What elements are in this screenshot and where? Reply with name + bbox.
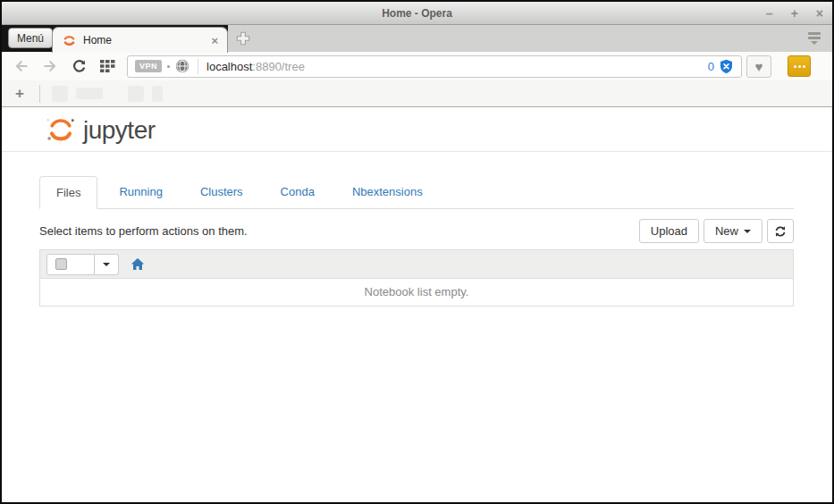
reload-icon [72,59,87,74]
notebook-list: Notebook list empty. [39,249,794,307]
speed-dial-button[interactable] [98,57,116,75]
browser-window: Home - Opera – + × Menú Home × [0,0,834,504]
main-container: Files Running Clusters Conda Nbextension… [39,176,794,307]
tab-menu-button[interactable] [807,32,821,45]
tab-files[interactable]: Files [39,176,97,209]
back-arrow-icon [13,59,29,73]
jupyter-favicon-icon [62,33,77,48]
ghost-bookmark [152,86,163,102]
action-buttons: Upload New [639,219,794,243]
home-icon [131,257,145,271]
jupyter-logo-icon[interactable] [45,115,77,145]
titlebar: Home - Opera – + × [2,2,832,25]
close-button[interactable]: × [816,7,823,20]
page-content: jupyter Files Running Clusters Conda Nbe… [2,107,832,501]
tab-close-icon[interactable]: × [211,34,218,47]
ghost-bookmark [76,88,103,99]
blocked-count: 0 [708,60,714,73]
address-bar-input[interactable]: VPN localhost:8890/tree 0 [127,55,742,78]
action-row: Select items to perform actions on them.… [39,219,794,243]
heart-icon: ♥ [755,60,763,73]
vpn-badge[interactable]: VPN [135,60,162,72]
reload-button[interactable] [70,57,88,75]
url-path: :8890/tree [252,60,305,73]
back-button[interactable] [13,57,30,75]
grid-icon [100,60,115,73]
site-info-icon[interactable] [175,59,190,73]
extension-button[interactable] [788,55,811,77]
tab-menu-icon [808,32,821,35]
forward-arrow-icon [42,59,58,73]
notebook-list-header [39,249,794,279]
jupyter-header: jupyter [2,107,832,152]
select-items-text: Select items to perform actions on them. [39,224,248,238]
select-all-checkbox-button[interactable] [46,254,95,275]
chevron-down-icon [811,41,818,45]
checkbox[interactable] [55,258,67,270]
notebook-nav-tabs: Files Running Clusters Conda Nbextension… [39,176,794,209]
tab-title: Home [83,34,211,46]
refresh-button[interactable] [767,219,794,243]
caret-down-icon [103,263,110,266]
window-controls: – + × [766,2,823,24]
select-dropdown-button[interactable] [95,254,119,275]
window-title: Home - Opera [382,7,452,20]
jupyter-logo-text[interactable]: jupyter [83,116,156,145]
empty-message: Notebook list empty. [39,279,794,307]
plus-icon [235,30,251,46]
tab-bar: Menú Home × [2,25,832,52]
new-button-label: New [715,224,738,238]
browser-tab-home[interactable]: Home × [52,27,228,53]
refresh-icon [774,225,787,238]
url-divider [198,59,198,74]
ellipsis-icon [794,65,796,68]
address-toolbar: VPN localhost:8890/tree 0 [2,52,832,80]
tab-running[interactable]: Running [103,176,178,209]
tab-conda[interactable]: Conda [265,176,331,209]
add-bookmark-button[interactable]: + [15,86,24,101]
new-tab-button[interactable] [235,30,251,46]
menu-button[interactable]: Menú [8,28,53,48]
bookmarks-bar: + [2,80,832,107]
tab-nbextensions[interactable]: Nbextensions [336,176,439,209]
upload-button[interactable]: Upload [639,219,699,243]
forward-button[interactable] [41,57,59,75]
bookmarks-divider [39,85,40,103]
home-breadcrumb-button[interactable] [131,257,145,271]
shield-blocker-icon[interactable] [719,59,734,74]
maximize-button[interactable]: + [791,7,798,20]
new-dropdown-button[interactable]: New [703,219,762,243]
url-text: localhost:8890/tree [206,60,305,73]
url-host: localhost [206,60,252,73]
bookmark-heart-button[interactable]: ♥ [746,55,771,78]
dot-separator-icon [167,65,170,68]
ghost-bookmark [128,86,144,102]
caret-down-icon [744,230,751,233]
menu-button-label: Menú [17,32,44,45]
tab-clusters[interactable]: Clusters [184,176,259,209]
ghost-bookmark [52,86,68,102]
minimize-button[interactable]: – [766,7,773,20]
